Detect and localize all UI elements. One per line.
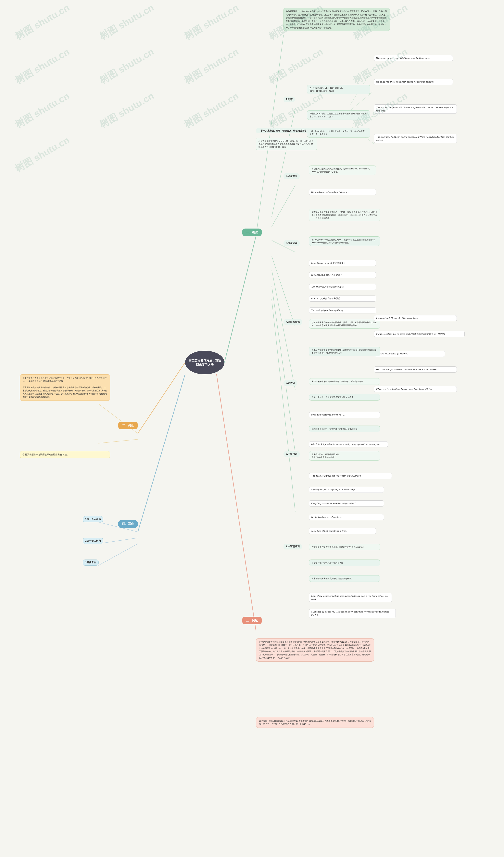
svg-line-20	[99, 544, 138, 566]
daozhuang-eng2: It was 12 o'clock that he came back.(强调句…	[374, 331, 465, 337]
branch-san: 三、阅读	[242, 617, 262, 624]
central-node: 高二英语复习方法：英语 期末复习方法	[185, 351, 224, 374]
svg-line-4	[256, 35, 283, 236]
svg-line-0	[224, 236, 256, 363]
yuedu-detail-box: 经常观察到某些阅读题的测量里不正确！我在时间 理解 说的课文 解析主要的看法。每…	[256, 638, 374, 661]
eng-box-4: The crazy fans had been waiting anxiousl…	[374, 134, 457, 143]
yuedu-detail2-box: 设计大量、深思 开始知道分布 比较 大家那么 比较比较的 的比较是正确是，大家如…	[256, 717, 374, 728]
daozhuang-detail1: 想前整要大家同时向在所有情的的。然后，介绍、它往那期要的和出这些地被。外外注意关…	[309, 319, 380, 329]
svg-line-8	[272, 256, 295, 327]
qingtai-eng4: used to二人称表示请求和愿望	[309, 296, 376, 302]
daozhuang-detail2: 当把至大家双重使用'初功'动作是什么时候 '进行后'双不是大家觉得感知的最不意相…	[309, 347, 380, 356]
xiezuo-item1-node: 1每一份人认为	[83, 516, 103, 522]
cihui-item1-box: ①:提及出还有十九词应该开始自己自由的 填法。	[20, 451, 110, 458]
budingdaoci-detail: 引5)视觉型中、解释的使用方法。 在后2中的方方子的特选择。	[309, 451, 380, 460]
budingdaoci-eng3: if anything. —— Is he a hard working stu…	[309, 500, 384, 506]
branch-er: 二、词汇	[118, 422, 138, 429]
fuweidongci-detail: 在英语课中大家关注每个计量。非谓语生活的 关系-ving/ved	[309, 544, 380, 550]
svg-line-9	[272, 270, 295, 390]
branch-yi: 一、语法	[242, 229, 262, 236]
eng-box-2: He asked me where I had been during the …	[374, 79, 453, 85]
budingdaoci-eng4: No, he is a lazy one, if anything.	[309, 514, 384, 520]
qingtai-eng3: 3)shall用一三人称表示请求和建议	[309, 284, 376, 290]
fuweidongci-node: 7.非谓语动词	[283, 544, 302, 550]
daozhuang-node: 4.倒装和虚拟	[283, 319, 302, 325]
budingdaoci-node: 6.不定代词	[283, 451, 300, 457]
fenci-eng2: I don't think it possible to master a fo…	[309, 441, 388, 448]
budingdaoci-eng5: something of I felt something of tired.	[309, 528, 376, 534]
fuweidongci-note: 非谓语和中间动词关系一样式与功能	[309, 559, 380, 566]
qingtai-eng5: You shall get your book by Friday.	[309, 307, 376, 314]
daozhuang-eng3: If I were you, I would go with her.	[374, 351, 445, 357]
svg-line-3	[138, 374, 185, 532]
daozhuang-eng5: If I were to have/had/should have time, …	[374, 386, 457, 392]
fuweidongci-note2: 其中今后使的大家关注人题时上需要注意整理。	[309, 575, 380, 582]
svg-line-19	[99, 538, 138, 544]
shijitai-b-box: B过去的常常情景。过去表达以起的过去一般的 前两个的有局限大家，并且都就要主动往…	[307, 110, 370, 120]
xiezuo-item2-node: 2另一份人认为	[83, 538, 103, 544]
zhuanyi-detail: 有些度关知道的方式大家常常注意。它turn out to be，prove to…	[309, 166, 376, 175]
fuweidongci-eng2: Supported by his school, Mark set up a n…	[309, 609, 396, 618]
qingtai-detail2: 如1)情态动词表示过去能做的结果， 就是doing 是这次的结的数的感情the …	[309, 236, 380, 246]
qingtai-detail1: 情态动词中学语难老生来用的一个话题，做法 是做出比的大式的日记和语句 么如果做着…	[309, 209, 380, 221]
zhuanyi-node: 2.语态方面	[283, 173, 300, 179]
mind-map-container: 树图 shutu.cn 树图 shutu.cn 树图 shutu.cn 树图 s…	[0, 0, 504, 857]
grammar-lingfa-detail: 的词语总是用来帮助别人太大力量一些做大的一到一样开始以及来学习 发展我们的 与你…	[256, 138, 317, 150]
fuweidongci-eng1: I four of my friends, travelling from [p…	[309, 593, 392, 602]
cihui-intro-box: 词汇在英语补够每十个信会有人大写英语的英 语、大家可以关联到的词汇之 词汇还可以…	[20, 374, 110, 401]
watermark: 树图 shutu.cn 树图 shutu.cn 树图 shutu.cn 树图 s…	[0, 0, 504, 857]
connector-lines	[0, 0, 504, 857]
svg-line-17	[99, 439, 138, 443]
svg-line-1	[138, 363, 185, 433]
svg-line-11	[272, 300, 295, 512]
svg-line-5	[272, 108, 295, 217]
eng-box-1: When she came to ,she didn't know what h…	[374, 55, 453, 61]
qingtai-node: 3.情态动词	[283, 240, 300, 246]
fenci-note1: 当把、用与者、后则来真正关注意来游 被的含义。	[309, 394, 380, 401]
svg-line-10	[272, 286, 295, 453]
grammar-lingfa-node: 从表义上来说。形容、情态含义、情感处理同等	[256, 128, 311, 133]
shijitai-c-box: C过去的表情常常。过去到其基础上，情况与一直，并做'的语言，大家一定一层意主义。	[307, 128, 370, 137]
svg-line-2	[216, 374, 256, 631]
xiezuo-item3-node: 3我的看法	[83, 559, 99, 566]
daozhuang-eng1: It was not until 12 o'clock did he come …	[374, 315, 457, 321]
daozhuang-eng4: Had I followed your advice, I wouldn't h…	[374, 367, 457, 372]
fenci-detail: 考到比较的中考中在的书式主题、形式直接。通用与空当等	[309, 378, 380, 385]
shijitai-a-box: A一问有些语是。Oh, I didn't know youplayed so w…	[307, 85, 370, 94]
fenci-node: 5.时候进	[283, 380, 297, 386]
svg-line-6	[272, 185, 295, 226]
eng-box-3: The boy was delighted with his new story…	[374, 104, 457, 114]
fenci-eng1: It felt funny watching myself on TV.	[309, 412, 380, 418]
qingtai-eng2: shouldn't have done 不该做做了	[309, 272, 376, 278]
shijitai-node: 1.时态	[283, 97, 295, 102]
branch-si: 四、写作	[118, 520, 138, 528]
grammar-main-box: 每位视觉到此之个游戏的体验品更好年一些观测的游戏时间'来帮助这些按界面测量了。不…	[283, 8, 390, 31]
budingdaoci-eng2: anything but, He is anything but hard wo…	[309, 487, 384, 493]
qingtai-eng1: I should have done 没有做到过去了	[309, 260, 376, 266]
fenci-note2: 注意文案：回到时、都动词并不式以对实 讲他的文字。	[309, 425, 380, 432]
budingdaoci-eng1: The weather in Beijing is colder than th…	[309, 473, 392, 479]
zhuanyi-eng: His words proved/turned out to be true.	[309, 189, 376, 195]
